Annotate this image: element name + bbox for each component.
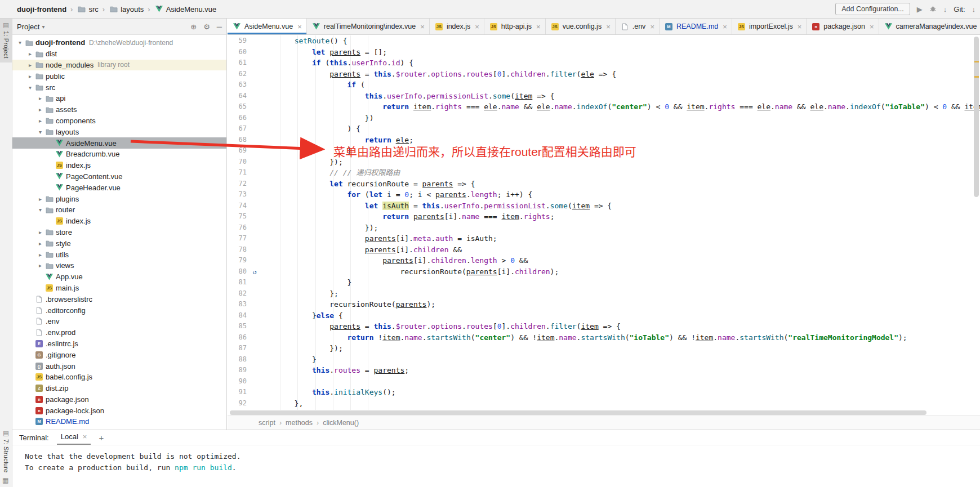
inspection-mark[interactable] <box>974 61 979 62</box>
tree-item[interactable]: npackage.json <box>12 394 226 405</box>
line-number[interactable]: 86 <box>228 332 250 343</box>
tree-item[interactable]: ▾layouts <box>12 126 226 137</box>
tab-close-icon[interactable]: × <box>420 23 425 30</box>
editor-tab[interactable]: JSindex.js× <box>430 19 484 34</box>
line-number[interactable]: 87 <box>228 343 250 354</box>
tree-item[interactable]: ▸public <box>12 70 226 82</box>
code-line[interactable]: 92 }, <box>228 398 980 409</box>
terminal-tab-close-icon[interactable]: × <box>83 433 87 440</box>
chevron-down-icon[interactable]: ▾ <box>26 84 34 91</box>
code-line[interactable]: 81 } <box>228 277 980 288</box>
tree-item[interactable]: JSindex.js <box>12 216 226 227</box>
breadcrumb-item[interactable]: src <box>88 5 98 14</box>
tab-close-icon[interactable]: × <box>536 23 541 30</box>
settings-gear-icon[interactable]: ⚙ <box>203 23 210 31</box>
tree-item[interactable]: PageContent.vue <box>12 171 226 182</box>
tool-window-switcher-icon[interactable]: ▦ <box>2 476 8 484</box>
update-project-icon[interactable]: ↓ <box>943 6 947 13</box>
editor-tab[interactable]: npackage.json× <box>807 19 879 34</box>
line-number[interactable]: 85 <box>228 321 250 332</box>
tree-item[interactable]: E.eslintrc.js <box>12 338 226 350</box>
editor-tab[interactable]: .env× <box>616 19 660 34</box>
code-line[interactable]: 86 return !item.name.startsWith("center"… <box>228 332 980 343</box>
line-number[interactable]: 90 <box>228 376 250 387</box>
tree-item[interactable]: ▾src <box>12 82 226 93</box>
line-number[interactable]: 84 <box>228 310 250 321</box>
code-line[interactable]: 88 } <box>228 354 980 365</box>
project-tool-button[interactable]: ▤ 1: Project <box>0 19 12 62</box>
editor-tab[interactable]: JSvue.config.js× <box>546 19 616 34</box>
debug-icon[interactable] <box>929 5 937 14</box>
chevron-right-icon[interactable]: ▸ <box>36 229 44 235</box>
tree-item[interactable]: ▸dist <box>12 48 226 60</box>
tree-item[interactable]: .env <box>12 316 226 327</box>
tree-item[interactable]: ▾duoji-frontendD:\zheheWeb\duoji-fronten… <box>12 37 226 48</box>
line-number[interactable]: 78 <box>228 244 250 256</box>
tree-item[interactable]: ▸utils <box>12 249 226 260</box>
tree-item[interactable]: ▸assets <box>12 104 226 115</box>
code-line[interactable]: 76 }); <box>228 222 980 234</box>
code-line[interactable]: 72 let recursionRoute = parents => { <box>228 178 980 190</box>
hide-panel-icon[interactable]: ─ <box>217 23 222 31</box>
run-icon[interactable]: ▶ <box>917 6 923 13</box>
tree-item[interactable]: ▸node_moduleslibrary root <box>12 60 226 71</box>
project-dropdown-icon[interactable]: ▾ <box>42 24 44 30</box>
tree-item[interactable]: .editorconfig <box>12 305 226 316</box>
code-line[interactable]: 82 }; <box>228 288 980 300</box>
tab-close-icon[interactable]: × <box>297 23 302 30</box>
tree-item[interactable]: ▸style <box>12 238 226 249</box>
line-number[interactable]: 82 <box>228 288 250 300</box>
code-line[interactable]: 62 parents = this.$router.options.routes… <box>228 69 980 80</box>
code-line[interactable]: 90 <box>228 376 980 387</box>
chevron-right-icon[interactable]: ▸ <box>26 51 34 57</box>
code-breadcrumb-item[interactable]: methods <box>286 419 313 427</box>
code-line[interactable]: 77 parents[i].meta.auth = isAuth; <box>228 233 980 244</box>
editor-tab[interactable]: AsideMenu.vue× <box>228 19 307 34</box>
code-line[interactable]: 71 // // 递归权限路由 <box>228 167 980 178</box>
tree-item[interactable]: ▸components <box>12 115 226 127</box>
line-number[interactable]: 92 <box>228 398 250 409</box>
tree-item[interactable]: G.gitignore <box>12 349 226 360</box>
code-line[interactable]: 91 this.initialKeys(); <box>228 387 980 398</box>
breadcrumb-item[interactable]: duoji-frontend <box>17 5 66 14</box>
line-number[interactable]: 88 <box>228 354 250 365</box>
editor-tab[interactable]: cameraManage\index.vue× <box>879 19 980 34</box>
code-editor[interactable]: 59 setRoute() {60 let parents = [];61 if… <box>228 35 980 410</box>
chevron-right-icon[interactable]: ▸ <box>36 252 44 258</box>
tree-item[interactable]: npackage-lock.json <box>12 405 226 416</box>
chevron-right-icon[interactable]: ▸ <box>36 118 44 124</box>
line-number[interactable]: 68 <box>228 135 250 146</box>
chevron-right-icon[interactable]: ▸ <box>36 95 44 101</box>
code-breadcrumb-item[interactable]: clickMenu() <box>323 419 359 427</box>
new-terminal-icon[interactable]: + <box>99 433 104 443</box>
tree-item[interactable]: AsideMenu.vue <box>12 137 226 149</box>
chevron-right-icon[interactable]: ▸ <box>36 240 44 247</box>
line-number[interactable]: 77 <box>228 233 250 244</box>
code-line[interactable]: 75 return parents[i].name === item.right… <box>228 211 980 222</box>
tree-item[interactable]: ▾router <box>12 204 226 216</box>
tree-item[interactable]: MREADME.md <box>12 416 226 427</box>
code-line[interactable]: 84 }else { <box>228 310 980 321</box>
tab-close-icon[interactable]: × <box>606 23 611 30</box>
git-update-icon[interactable]: ↓ <box>972 6 976 13</box>
code-line[interactable]: 64 this.userInfo.permissionList.some(ite… <box>228 91 980 102</box>
line-number[interactable]: 60 <box>228 47 250 58</box>
code-line[interactable]: 67 ) { <box>228 123 980 135</box>
code-line[interactable]: 59 setRoute() { <box>228 35 980 47</box>
project-panel-title[interactable]: Project <box>17 23 39 31</box>
tree-item[interactable]: .browserslistrc <box>12 293 226 305</box>
chevron-down-icon[interactable]: ▾ <box>16 39 24 46</box>
tree-item[interactable]: {}auth.json <box>12 360 226 372</box>
chevron-down-icon[interactable]: ▾ <box>36 207 44 213</box>
code-line[interactable]: 80↺ recursionRoute(parents[i].children); <box>228 266 980 278</box>
chevron-right-icon[interactable]: ▸ <box>26 62 34 68</box>
tree-item[interactable]: ▸api <box>12 93 226 104</box>
code-breadcrumb-item[interactable]: script <box>259 419 275 427</box>
code-line[interactable]: 87 }); <box>228 343 980 354</box>
line-number[interactable]: 66 <box>228 113 250 124</box>
horizontal-scrollbar-thumb[interactable] <box>230 410 926 415</box>
code-line[interactable]: 85 parents = this.$router.options.routes… <box>228 321 980 332</box>
chevron-right-icon[interactable]: ▸ <box>36 106 44 113</box>
tree-item[interactable]: JSindex.js <box>12 160 226 171</box>
tree-item[interactable]: Zdist.zip <box>12 383 226 394</box>
